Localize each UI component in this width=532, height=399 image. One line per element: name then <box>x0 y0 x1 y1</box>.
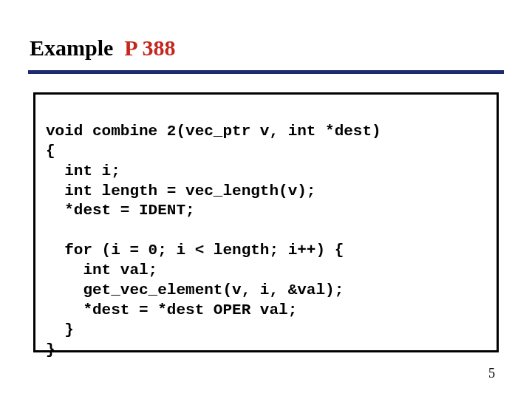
slide: Example P 388 void combine 2(vec_ptr v, … <box>0 0 532 399</box>
code-line: } <box>46 341 55 358</box>
slide-title: Example P 388 <box>30 35 176 60</box>
code-line: *dest = IDENT; <box>46 202 195 219</box>
title-row: Example P 388 <box>30 35 502 61</box>
page-number: 5 <box>488 366 495 381</box>
code-line: int val; <box>46 262 157 279</box>
code-line: } <box>46 321 74 338</box>
code-line: *dest = *dest OPER val; <box>46 301 297 318</box>
code-line: int i; <box>46 163 120 180</box>
title-prefix: Example <box>30 35 124 60</box>
code-line: void combine 2(vec_ptr v, int *dest) <box>46 123 381 140</box>
code-line: for (i = 0; i < length; i++) { <box>46 242 344 259</box>
code-line: get_vec_element(v, i, &val); <box>46 282 344 299</box>
code-line: { <box>46 143 55 160</box>
title-underline <box>28 70 504 74</box>
code-box: void combine 2(vec_ptr v, int *dest) { i… <box>33 92 499 352</box>
code-line: int length = vec_length(v); <box>46 183 316 200</box>
code-listing: void combine 2(vec_ptr v, int *dest) { i… <box>46 102 486 380</box>
title-accent: P 388 <box>124 35 175 60</box>
